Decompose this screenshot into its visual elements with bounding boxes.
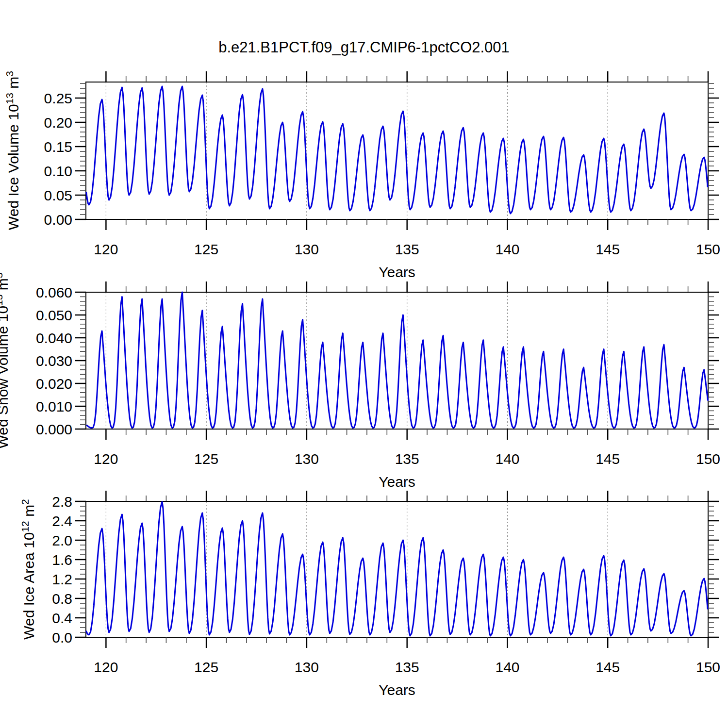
x-tick-label: 140 [495,659,519,675]
y-tick-label: 0.4 [52,610,72,626]
ylabel-ice-volume-text: Wed Ice Volume 10 [5,104,21,230]
y-tick-label: 1.2 [52,571,72,587]
y-tick-label: 0.00 [44,212,72,228]
x-tick-label: 150 [696,451,720,467]
x-tick-label: 145 [596,659,620,675]
x-tick-label: 120 [94,451,118,467]
x-tick-label: 150 [696,241,720,257]
y-tick-label: 0.010 [36,398,72,414]
x-tick-label: 140 [495,241,519,257]
wed-ice-area-line [86,502,708,636]
x-tick-label: 135 [395,659,419,675]
ylabel-ice-area: Wed Ice Area 1012 m2 [19,499,37,640]
y-tick-label: 1.6 [52,552,72,568]
x-tick-label: 130 [295,451,319,467]
panel-ice-volume: 1201251301351401451500.000.050.100.150.2… [44,71,720,257]
y-tick-label: 0.060 [36,284,72,300]
panel-snow-volume: 1201251301351401451500.0000.0100.0200.03… [36,281,720,467]
y-tick-label: 0.020 [36,376,72,392]
xlabel-panel1: Years [379,264,415,280]
y-tick-label: 0.000 [36,421,72,437]
ylabel-ice-volume-unit: m [5,77,21,93]
figure-canvas: b.e21.B1PCT.f09_g17.CMIP6-1pctCO2.001 12… [0,0,728,728]
panel-ice-area: 1201251301351401451500.00.40.81.21.62.02… [52,491,720,675]
ylabel-ice-volume-exponent: 13 [4,93,15,104]
x-tick-label: 120 [94,241,118,257]
xlabel-panel3: Years [379,682,415,698]
wed-snow-volume-line [87,292,708,428]
x-tick-label: 140 [495,451,519,467]
x-tick-label: 145 [596,451,620,467]
ylabel-ice-volume-unit-exponent: 3 [4,71,15,77]
ylabel-ice-area-text: Wed Ice Area 10 [21,532,37,640]
ylabel-ice-area-exponent: 12 [19,521,31,532]
ylabel-snow-volume-exponent: 13 [0,295,4,306]
y-tick-label: 2.0 [52,532,72,548]
y-tick-label: 0.15 [44,139,72,155]
y-tick-label: 0.25 [44,90,72,106]
y-tick-label: 2.8 [52,494,72,510]
y-tick-label: 0.030 [36,353,72,369]
x-tick-label: 130 [295,659,319,675]
y-tick-label: 0.040 [36,330,72,346]
chart-title: b.e21.B1PCT.f09_g17.CMIP6-1pctCO2.001 [218,39,510,56]
x-tick-label: 135 [395,241,419,257]
y-tick-label: 0.0 [52,629,72,645]
x-tick-label: 125 [194,241,218,257]
x-tick-label: 145 [596,241,620,257]
ylabel-ice-volume: Wed Ice Volume 1013 m3 [4,71,21,230]
ylabel-snow-volume: Wed Snow Volume 1013 m3 [0,273,11,449]
y-tick-label: 0.050 [36,307,72,323]
ylabel-ice-area-unit: m [21,505,37,521]
wed-ice-volume-line [86,86,708,214]
x-tick-label: 150 [696,659,720,675]
ylabel-snow-volume-unit: m [0,278,11,294]
xlabel-panel2: Years [379,474,415,490]
x-tick-label: 120 [94,659,118,675]
y-tick-label: 2.4 [52,513,72,529]
ylabel-snow-volume-text: Wed Snow Volume 10 [0,306,11,449]
x-tick-label: 135 [395,451,419,467]
x-tick-label: 130 [295,241,319,257]
y-tick-label: 0.05 [44,187,72,203]
x-tick-label: 125 [194,659,218,675]
ylabel-snow-volume-unit-exponent: 3 [0,273,4,279]
ylabel-ice-area-unit-exponent: 2 [19,499,31,505]
x-tick-label: 125 [194,451,218,467]
y-tick-label: 0.8 [52,591,72,607]
y-tick-label: 0.10 [44,163,72,179]
y-tick-label: 0.20 [44,115,72,131]
